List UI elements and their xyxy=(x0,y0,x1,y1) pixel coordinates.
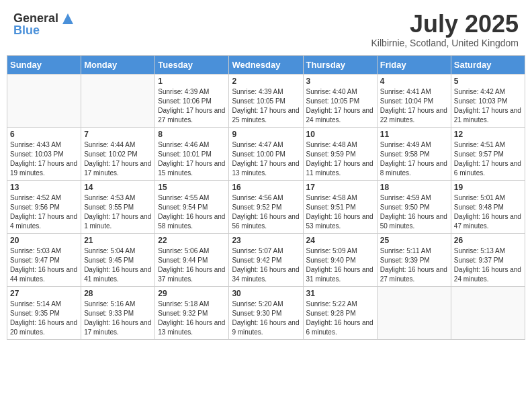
day-number: 18 xyxy=(380,183,448,192)
page-header: General Blue July 2025 Kilbirnie, Scotla… xyxy=(7,7,525,51)
calendar-cell: 1Sunrise: 4:39 AM Sunset: 10:06 PM Dayli… xyxy=(155,75,229,128)
calendar-week-row: 27Sunrise: 5:14 AM Sunset: 9:35 PM Dayli… xyxy=(7,287,525,340)
day-number: 17 xyxy=(306,183,374,192)
column-header-wednesday: Wednesday xyxy=(229,56,303,75)
day-number: 19 xyxy=(454,183,522,192)
calendar-cell xyxy=(81,75,155,128)
calendar-cell: 19Sunrise: 5:01 AM Sunset: 9:48 PM Dayli… xyxy=(451,181,525,234)
day-info: Sunrise: 4:41 AM Sunset: 10:04 PM Daylig… xyxy=(380,87,448,125)
day-info: Sunrise: 4:39 AM Sunset: 10:05 PM Daylig… xyxy=(232,87,300,125)
day-info: Sunrise: 5:14 AM Sunset: 9:35 PM Dayligh… xyxy=(10,300,78,337)
day-number: 10 xyxy=(306,130,374,139)
day-info: Sunrise: 5:07 AM Sunset: 9:42 PM Dayligh… xyxy=(232,246,300,284)
column-header-sunday: Sunday xyxy=(7,56,81,75)
calendar-cell: 8Sunrise: 4:46 AM Sunset: 10:01 PM Dayli… xyxy=(155,128,229,181)
calendar-cell: 30Sunrise: 5:20 AM Sunset: 9:30 PM Dayli… xyxy=(229,287,303,340)
column-header-thursday: Thursday xyxy=(303,56,377,75)
day-info: Sunrise: 5:20 AM Sunset: 9:30 PM Dayligh… xyxy=(232,300,300,337)
day-number: 5 xyxy=(454,77,522,86)
calendar-cell: 29Sunrise: 5:18 AM Sunset: 9:32 PM Dayli… xyxy=(155,287,229,340)
day-number: 8 xyxy=(158,130,226,139)
calendar-cell: 6Sunrise: 4:43 AM Sunset: 10:03 PM Dayli… xyxy=(7,128,81,181)
calendar-cell xyxy=(7,75,81,128)
svg-marker-0 xyxy=(62,13,73,24)
day-number: 6 xyxy=(10,130,78,139)
calendar-cell: 14Sunrise: 4:53 AM Sunset: 9:55 PM Dayli… xyxy=(81,181,155,234)
day-info: Sunrise: 4:51 AM Sunset: 9:57 PM Dayligh… xyxy=(454,140,522,178)
calendar-cell: 27Sunrise: 5:14 AM Sunset: 9:35 PM Dayli… xyxy=(7,287,81,340)
logo-general: General xyxy=(13,12,58,24)
column-header-friday: Friday xyxy=(377,56,451,75)
calendar-header-row: SundayMondayTuesdayWednesdayThursdayFrid… xyxy=(7,56,525,75)
day-number: 9 xyxy=(232,130,300,139)
day-info: Sunrise: 5:06 AM Sunset: 9:44 PM Dayligh… xyxy=(158,246,226,284)
column-header-saturday: Saturday xyxy=(451,56,525,75)
calendar-cell xyxy=(451,287,525,340)
calendar-cell: 13Sunrise: 4:52 AM Sunset: 9:56 PM Dayli… xyxy=(7,181,81,234)
day-info: Sunrise: 4:52 AM Sunset: 9:56 PM Dayligh… xyxy=(10,193,78,231)
calendar-cell: 22Sunrise: 5:06 AM Sunset: 9:44 PM Dayli… xyxy=(155,234,229,287)
calendar-week-row: 1Sunrise: 4:39 AM Sunset: 10:06 PM Dayli… xyxy=(7,75,525,128)
day-number: 4 xyxy=(380,77,448,86)
day-number: 11 xyxy=(380,130,448,139)
month-title: July 2025 xyxy=(371,12,519,36)
day-number: 16 xyxy=(232,183,300,192)
day-info: Sunrise: 4:42 AM Sunset: 10:03 PM Daylig… xyxy=(454,87,522,125)
calendar-cell xyxy=(377,287,451,340)
day-info: Sunrise: 4:43 AM Sunset: 10:03 PM Daylig… xyxy=(10,140,78,178)
day-info: Sunrise: 5:04 AM Sunset: 9:45 PM Dayligh… xyxy=(84,246,152,284)
day-info: Sunrise: 5:11 AM Sunset: 9:39 PM Dayligh… xyxy=(380,246,448,284)
day-number: 23 xyxy=(232,236,300,245)
calendar-cell: 28Sunrise: 5:16 AM Sunset: 9:33 PM Dayli… xyxy=(81,287,155,340)
day-number: 29 xyxy=(158,289,226,298)
calendar-week-row: 20Sunrise: 5:03 AM Sunset: 9:47 PM Dayli… xyxy=(7,234,525,287)
logo: General Blue xyxy=(13,12,75,36)
day-info: Sunrise: 4:40 AM Sunset: 10:05 PM Daylig… xyxy=(306,87,374,125)
day-number: 13 xyxy=(10,183,78,192)
calendar-cell: 2Sunrise: 4:39 AM Sunset: 10:05 PM Dayli… xyxy=(229,75,303,128)
day-info: Sunrise: 5:03 AM Sunset: 9:47 PM Dayligh… xyxy=(10,246,78,284)
calendar-cell: 18Sunrise: 4:59 AM Sunset: 9:50 PM Dayli… xyxy=(377,181,451,234)
day-info: Sunrise: 4:56 AM Sunset: 9:52 PM Dayligh… xyxy=(232,193,300,231)
day-number: 24 xyxy=(306,236,374,245)
calendar-cell: 7Sunrise: 4:44 AM Sunset: 10:02 PM Dayli… xyxy=(81,128,155,181)
day-info: Sunrise: 4:47 AM Sunset: 10:00 PM Daylig… xyxy=(232,140,300,178)
calendar-cell: 17Sunrise: 4:58 AM Sunset: 9:51 PM Dayli… xyxy=(303,181,377,234)
calendar-cell: 12Sunrise: 4:51 AM Sunset: 9:57 PM Dayli… xyxy=(451,128,525,181)
day-info: Sunrise: 4:44 AM Sunset: 10:02 PM Daylig… xyxy=(84,140,152,178)
day-info: Sunrise: 5:18 AM Sunset: 9:32 PM Dayligh… xyxy=(158,300,226,337)
day-number: 2 xyxy=(232,77,300,86)
day-number: 15 xyxy=(158,183,226,192)
day-info: Sunrise: 5:16 AM Sunset: 9:33 PM Dayligh… xyxy=(84,300,152,337)
day-info: Sunrise: 4:49 AM Sunset: 9:58 PM Dayligh… xyxy=(380,140,448,178)
location: Kilbirnie, Scotland, United Kingdom xyxy=(371,38,519,48)
column-header-tuesday: Tuesday xyxy=(155,56,229,75)
calendar-cell: 21Sunrise: 5:04 AM Sunset: 9:45 PM Dayli… xyxy=(81,234,155,287)
calendar-cell: 11Sunrise: 4:49 AM Sunset: 9:58 PM Dayli… xyxy=(377,128,451,181)
day-number: 12 xyxy=(454,130,522,139)
day-info: Sunrise: 4:39 AM Sunset: 10:06 PM Daylig… xyxy=(158,87,226,125)
calendar-cell: 31Sunrise: 5:22 AM Sunset: 9:28 PM Dayli… xyxy=(303,287,377,340)
day-number: 31 xyxy=(306,289,374,298)
day-info: Sunrise: 4:53 AM Sunset: 9:55 PM Dayligh… xyxy=(84,193,152,231)
day-number: 28 xyxy=(84,289,152,298)
calendar-cell: 5Sunrise: 4:42 AM Sunset: 10:03 PM Dayli… xyxy=(451,75,525,128)
calendar-cell: 20Sunrise: 5:03 AM Sunset: 9:47 PM Dayli… xyxy=(7,234,81,287)
calendar-week-row: 13Sunrise: 4:52 AM Sunset: 9:56 PM Dayli… xyxy=(7,181,525,234)
day-info: Sunrise: 4:59 AM Sunset: 9:50 PM Dayligh… xyxy=(380,193,448,231)
calendar-cell: 26Sunrise: 5:13 AM Sunset: 9:37 PM Dayli… xyxy=(451,234,525,287)
logo-icon xyxy=(61,12,75,26)
calendar-cell: 25Sunrise: 5:11 AM Sunset: 9:39 PM Dayli… xyxy=(377,234,451,287)
day-info: Sunrise: 4:55 AM Sunset: 9:54 PM Dayligh… xyxy=(158,193,226,231)
day-info: Sunrise: 5:01 AM Sunset: 9:48 PM Dayligh… xyxy=(454,193,522,231)
day-number: 27 xyxy=(10,289,78,298)
calendar-cell: 3Sunrise: 4:40 AM Sunset: 10:05 PM Dayli… xyxy=(303,75,377,128)
day-info: Sunrise: 4:58 AM Sunset: 9:51 PM Dayligh… xyxy=(306,193,374,231)
day-info: Sunrise: 5:13 AM Sunset: 9:37 PM Dayligh… xyxy=(454,246,522,284)
calendar-cell: 24Sunrise: 5:09 AM Sunset: 9:40 PM Dayli… xyxy=(303,234,377,287)
logo-text: General Blue xyxy=(13,12,58,36)
day-number: 26 xyxy=(454,236,522,245)
day-number: 14 xyxy=(84,183,152,192)
day-info: Sunrise: 5:09 AM Sunset: 9:40 PM Dayligh… xyxy=(306,246,374,284)
title-section: July 2025 Kilbirnie, Scotland, United Ki… xyxy=(371,12,519,48)
